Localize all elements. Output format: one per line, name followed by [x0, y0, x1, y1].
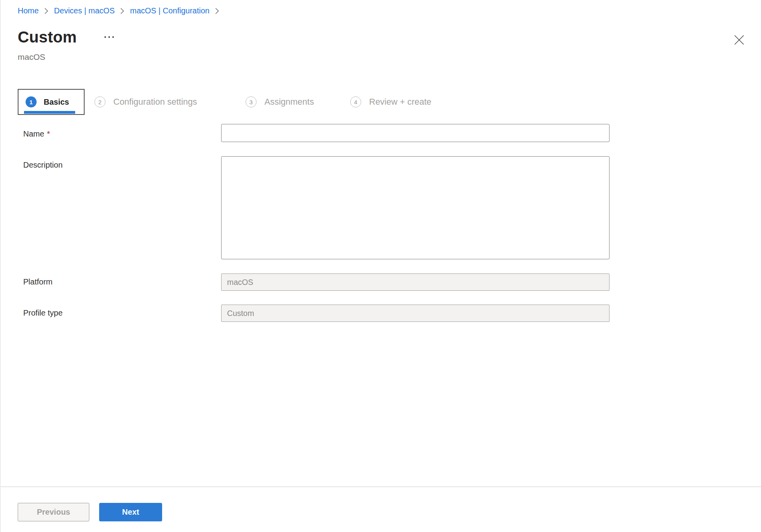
step-number-badge: 4 — [350, 96, 361, 107]
profile-type-input — [221, 305, 610, 322]
breadcrumb-chevron-icon — [120, 7, 124, 15]
profile-type-field-label: Profile type — [23, 308, 63, 318]
tab-basics[interactable]: 1 Basics — [18, 89, 85, 115]
description-input[interactable] — [221, 156, 610, 259]
step-number-badge: 2 — [94, 96, 105, 107]
platform-input — [221, 273, 610, 291]
step-label: Basics — [44, 98, 69, 107]
breadcrumb-macos-configuration-link[interactable]: macOS | Configuration — [130, 6, 209, 15]
step-number-badge: 1 — [26, 96, 37, 107]
tab-review-create[interactable]: 4 Review + create — [350, 96, 431, 107]
platform-field-label: Platform — [23, 277, 52, 286]
next-button[interactable]: Next — [99, 503, 162, 521]
active-tab-underline — [24, 111, 75, 114]
create-profile-blade: Home Devices | macOS macOS | Configurati… — [0, 0, 761, 532]
tab-assignments[interactable]: 3 Assignments — [246, 96, 314, 107]
footer-divider — [1, 486, 761, 487]
wizard-steps: 1 Basics 2 Configuration settings 3 Assi… — [1, 89, 761, 115]
breadcrumb-chevron-icon — [215, 7, 219, 15]
more-options-icon[interactable]: ··· — [104, 31, 116, 42]
breadcrumb-devices-macos-link[interactable]: Devices | macOS — [54, 6, 115, 15]
step-label: Configuration settings — [113, 97, 197, 107]
breadcrumb: Home Devices | macOS macOS | Configurati… — [18, 6, 219, 15]
step-label: Assignments — [264, 97, 314, 107]
name-label-text: Name — [23, 129, 44, 138]
platform-label-text: Platform — [23, 277, 52, 286]
step-number-badge: 3 — [246, 96, 257, 107]
breadcrumb-home-link[interactable]: Home — [18, 6, 39, 15]
tab-configuration-settings[interactable]: 2 Configuration settings — [94, 96, 197, 107]
name-field-label: Name* — [23, 129, 50, 139]
step-label: Review + create — [369, 97, 431, 107]
required-marker: * — [47, 129, 50, 138]
name-input[interactable] — [221, 124, 610, 142]
page-title: Custom — [18, 28, 77, 46]
page-subtitle: macOS — [18, 52, 45, 62]
description-field-label: Description — [23, 161, 63, 170]
close-icon[interactable] — [731, 32, 746, 47]
previous-button[interactable]: Previous — [18, 503, 89, 521]
breadcrumb-chevron-icon — [44, 7, 48, 15]
profile-type-label-text: Profile type — [23, 308, 63, 317]
description-label-text: Description — [23, 161, 63, 169]
